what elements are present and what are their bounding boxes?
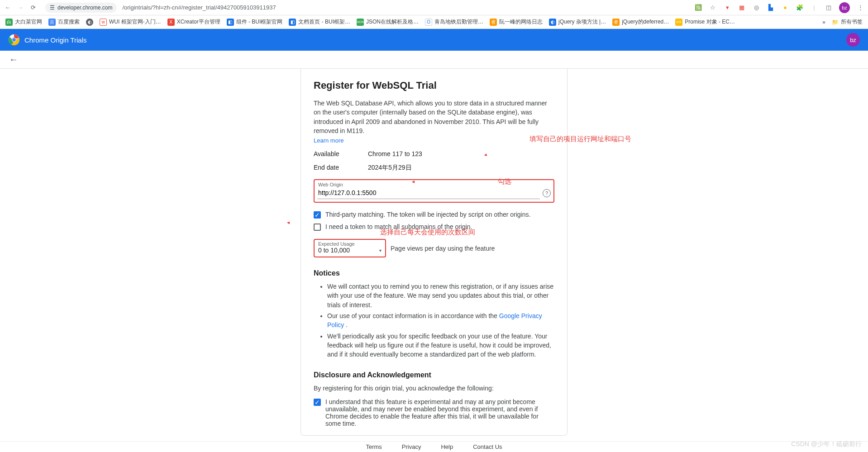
- bookmark-item[interactable]: ◧文档首页 - BUI框架…: [289, 18, 350, 26]
- bookmark-item[interactable]: ◐: [86, 19, 93, 26]
- ack1-checkbox[interactable]: ✓: [314, 399, 321, 406]
- translate-icon[interactable]: 🈯: [694, 4, 702, 12]
- notices-heading: Notices: [314, 269, 554, 277]
- bookmark-star-icon[interactable]: ☆: [709, 4, 717, 12]
- bookmark-item[interactable]: 者jQuery的deferred…: [612, 18, 669, 26]
- usage-select[interactable]: Expected Usage 0 to 10,000▾: [314, 239, 386, 257]
- ext4-icon[interactable]: ▙: [767, 4, 775, 12]
- ext1-icon[interactable]: ▾: [723, 4, 731, 12]
- annotation-3: 选择自己每天会使用的次数区间: [380, 228, 475, 237]
- trial-description: The Web SQL Database API, which allows y…: [314, 99, 554, 135]
- annotation-2: 勾选: [498, 177, 511, 186]
- registration-card: Register for WebSQL Trial The Web SQL Da…: [300, 69, 568, 436]
- app-header: Chrome Origin Trials bz: [0, 29, 868, 51]
- back-arrow-button[interactable]: ←: [9, 54, 18, 65]
- notice-item: We'll periodically ask you for specific …: [327, 332, 554, 359]
- folder-icon: 📁: [832, 19, 839, 25]
- url-chip[interactable]: ☰ developer.chrome.com: [45, 3, 117, 13]
- bookmark-item[interactable]: 者阮一峰的网络日志: [490, 18, 543, 26]
- extensions-icon[interactable]: 🧩: [796, 4, 804, 12]
- bookmarks-more[interactable]: »: [822, 19, 825, 25]
- reload-icon[interactable]: ⟳: [29, 4, 37, 12]
- all-bookmarks[interactable]: 📁所有书签: [832, 18, 863, 26]
- profile-avatar[interactable]: bz: [839, 2, 850, 13]
- bookmarks-bar: 白大白菜官网 百百度搜索 ◐ wWUI 框架官网-入门… XXCreator平台…: [0, 15, 868, 29]
- bookmark-item[interactable]: wWUI 框架官网-入门…: [100, 18, 161, 26]
- forward-icon[interactable]: →: [16, 4, 24, 12]
- side-panel-icon[interactable]: ◫: [825, 4, 833, 12]
- url-host: developer.chrome.com: [57, 5, 112, 11]
- bookmark-item[interactable]: 百百度搜索: [48, 18, 80, 26]
- browser-toolbar: ← → ⟳ ☰ developer.chrome.com /origintria…: [0, 0, 868, 15]
- notices-list: We will contact you to remind you to ren…: [327, 282, 554, 359]
- origin-input[interactable]: [317, 187, 540, 199]
- third-party-checkbox[interactable]: ✓: [314, 211, 321, 219]
- notice-item: Our use of your contact information is i…: [327, 311, 554, 330]
- third-party-label: Third-party matching. The token will be …: [325, 211, 530, 218]
- bookmark-item[interactable]: ESPromise 对象 - EC…: [675, 18, 735, 26]
- enddate-value: 2024年5月29日: [368, 164, 412, 172]
- help-icon[interactable]: ?: [543, 189, 551, 197]
- usage-label: Expected Usage: [318, 241, 382, 247]
- bookmark-item[interactable]: ◐jQuery 杂项方法 |…: [549, 18, 606, 26]
- bookmark-item[interactable]: O青岛地铁后勤管理…: [425, 18, 483, 26]
- ext2-icon[interactable]: ▦: [738, 4, 746, 12]
- site-info-icon: ☰: [50, 5, 55, 11]
- ext5-icon[interactable]: ●: [781, 4, 789, 12]
- back-icon[interactable]: ←: [4, 4, 12, 12]
- annotation-1: 填写自己的项目运行网址和端口号: [529, 135, 631, 143]
- available-value: Chrome 117 to 123: [368, 150, 422, 157]
- chevron-down-icon: ▾: [379, 248, 382, 253]
- menu-dots-icon[interactable]: ⋮: [856, 4, 864, 12]
- divider: |: [810, 4, 818, 12]
- app-title: Chrome Origin Trials: [24, 36, 87, 44]
- usage-description: Page views per day using the feature: [391, 245, 495, 252]
- notice-item: We will contact you to remind you to ren…: [327, 282, 554, 309]
- bookmark-item[interactable]: 白大白菜官网: [5, 18, 42, 26]
- disclosure-lead: By registering for this origin trial, yo…: [314, 385, 554, 392]
- ack1-label: I understand that this feature is experi…: [325, 398, 554, 427]
- url-path: /origintrials/?hl=zh-cn#/register_trial/…: [122, 4, 276, 11]
- web-origin-field: Web Origin ?: [314, 179, 554, 203]
- learn-more-link[interactable]: Learn more: [314, 137, 554, 144]
- header-avatar[interactable]: bz: [846, 33, 860, 47]
- bookmark-item[interactable]: ◧组件 - BUI框架官网: [227, 18, 283, 26]
- bookmark-item[interactable]: XXCreator平台管理: [167, 18, 220, 26]
- enddate-label: End date: [314, 164, 368, 172]
- available-label: Available: [314, 150, 368, 157]
- chrome-logo-icon: [8, 34, 20, 46]
- origin-label: Web Origin: [317, 182, 551, 187]
- disclosure-heading: Disclosure and Acknowledgement: [314, 371, 554, 379]
- usage-value: 0 to 10,000: [318, 247, 350, 254]
- ext3-icon[interactable]: ◎: [752, 4, 760, 12]
- page-title: Register for WebSQL Trial: [314, 80, 554, 91]
- subheader: ←: [0, 51, 868, 69]
- subdomain-checkbox[interactable]: [314, 224, 321, 231]
- bookmark-item[interactable]: JSONJSON在线解析及格…: [357, 18, 419, 26]
